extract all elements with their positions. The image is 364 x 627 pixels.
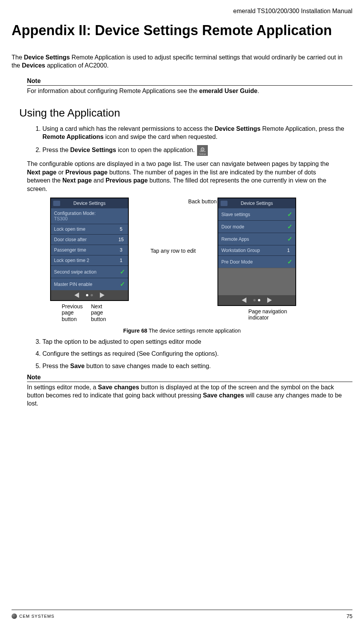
- row-label: Remote Apps: [221, 237, 249, 242]
- back-button-callout: Back button: [128, 198, 218, 204]
- row-label: Door close after: [54, 237, 87, 242]
- screenshot-title: Device Settings: [73, 201, 105, 206]
- screenshot-title: Device Settings: [241, 201, 273, 206]
- screenshot-footer: [218, 295, 295, 305]
- note-block: Note For information about configuring R…: [27, 78, 352, 95]
- row-label: Configuration Mode:: [54, 211, 96, 216]
- row-label: Slave settings: [221, 212, 250, 217]
- list-item: Remote Apps✓: [218, 233, 295, 245]
- bold-text: Device Settings: [70, 147, 116, 153]
- list-item: Door mode✓: [218, 220, 295, 233]
- text: .: [258, 88, 259, 94]
- left-screenshot-column: Device Settings Configuration Mode: TS30…: [50, 198, 129, 322]
- text: button to save changes made to each sett…: [84, 363, 211, 369]
- bold-text: Next page: [62, 177, 92, 184]
- dot-active: [86, 294, 88, 296]
- list-item: Passenger time3: [51, 245, 128, 255]
- row-label: Master PIN enable: [54, 282, 92, 287]
- text: or: [56, 169, 65, 176]
- text: and: [92, 177, 106, 184]
- page-nav-callout: Page navigation indicator: [248, 308, 295, 321]
- row-value: 3: [117, 247, 125, 253]
- row-value: 1: [285, 248, 292, 253]
- dot: [91, 294, 93, 296]
- list-item: Lock open time5: [51, 224, 128, 234]
- text: icon to open the application.: [116, 147, 195, 153]
- tap-row-callout: Tap any row to edit: [150, 248, 196, 254]
- row-label: Workstation Group: [221, 248, 260, 253]
- text: application of AC2000.: [45, 62, 109, 69]
- step-item: Press the Device Settings icon to open t…: [42, 145, 352, 156]
- cem-logo: CEM SYSTEMS: [12, 613, 54, 619]
- dot-active: [258, 299, 260, 301]
- text: Remote Application, press the: [261, 125, 344, 132]
- dot: [253, 299, 256, 301]
- text: icon and swipe the card when requested.: [104, 134, 217, 140]
- row-sublabel: TS300: [54, 216, 67, 221]
- prev-page-icon: [74, 292, 79, 298]
- empty-area: [218, 268, 295, 295]
- step-item: Press the Save button to save changes ma…: [42, 362, 352, 370]
- bold-text: Remote Applications: [42, 134, 104, 140]
- check-icon: ✓: [287, 223, 292, 230]
- list-item: Second swipe action✓: [51, 265, 128, 278]
- page-dots: [253, 299, 260, 301]
- bold-text: Save changes: [98, 384, 139, 390]
- logo-icon: [12, 613, 17, 619]
- row-label: Pre Door Mode: [221, 259, 253, 265]
- step-item: Configure the settings as required (See …: [42, 350, 352, 358]
- right-screenshot-column: Device Settings Slave settings✓ Door mod…: [217, 198, 296, 321]
- note-block: Note In settings editor mode, a Save cha…: [27, 374, 352, 407]
- row-label: Lock open time: [54, 226, 85, 232]
- check-icon: ✓: [287, 258, 292, 265]
- text: In settings editor mode, a: [27, 384, 98, 390]
- page-title: Appendix II: Device Settings Remote Appl…: [12, 22, 352, 38]
- next-page-icon: [267, 297, 272, 303]
- text: Using a card which has the relevant perm…: [42, 125, 214, 132]
- note-heading: Note: [27, 78, 352, 86]
- row-value: 1: [117, 258, 125, 263]
- screenshot-header: Device Settings: [218, 198, 295, 208]
- row-label: Second swipe action: [54, 269, 96, 275]
- bold-text: Devices: [22, 62, 46, 69]
- logo-text: CEM SYSTEMS: [19, 614, 54, 619]
- doc-header-title: emerald TS100/200/300 Installation Manua…: [12, 8, 352, 15]
- list-item: Workstation Group1: [218, 245, 295, 255]
- back-icon: [221, 201, 228, 206]
- page-footer: CEM SYSTEMS 75: [12, 610, 352, 619]
- list-item: Lock open time 21: [51, 255, 128, 265]
- row-value: 5: [117, 226, 125, 232]
- bold-text: Device Settings: [24, 54, 70, 61]
- intro-paragraph: The Device Settings Remote Application i…: [12, 54, 352, 70]
- next-page-icon: [100, 292, 104, 298]
- figure-68: Device Settings Configuration Mode: TS30…: [27, 198, 337, 333]
- text: Press the: [42, 147, 70, 153]
- prev-page-callout: Previous page button: [62, 303, 85, 322]
- list-item: Door close after15: [51, 234, 128, 245]
- back-icon: [53, 201, 60, 206]
- screenshot-footer: [51, 290, 128, 300]
- device-settings-icon: Device Settings: [197, 145, 208, 156]
- step-item: Tap the option to be adjusted to open se…: [42, 338, 352, 346]
- list-item: Master PIN enable✓: [51, 278, 128, 290]
- text: Press the: [42, 363, 70, 369]
- row-label: Passenger time: [54, 247, 86, 253]
- row-label: Door mode: [221, 224, 244, 230]
- step-item: Using a card which has the relevant perm…: [42, 125, 352, 141]
- row-value: 15: [117, 237, 125, 242]
- page-dots: [86, 294, 93, 296]
- note-heading: Note: [27, 374, 352, 382]
- prev-page-icon: [242, 297, 246, 303]
- check-icon: ✓: [287, 211, 292, 218]
- list-item: Pre Door Mode✓: [218, 255, 295, 268]
- check-icon: ✓: [120, 268, 125, 275]
- screenshot-header: Device Settings: [51, 198, 128, 208]
- note-text: For information about configuring Remote…: [27, 87, 352, 95]
- text: The configurable options are displayed i…: [27, 161, 329, 167]
- figure-caption-text: The device settings remote application: [147, 328, 241, 334]
- text: For information about configuring Remote…: [27, 88, 199, 94]
- bold-text: Previous page: [106, 177, 148, 184]
- bold-text: emerald User Guide: [199, 88, 257, 94]
- list-item: Configuration Mode: TS300: [51, 208, 128, 224]
- screenshot-page-2: Device Settings Slave settings✓ Door mod…: [217, 198, 296, 306]
